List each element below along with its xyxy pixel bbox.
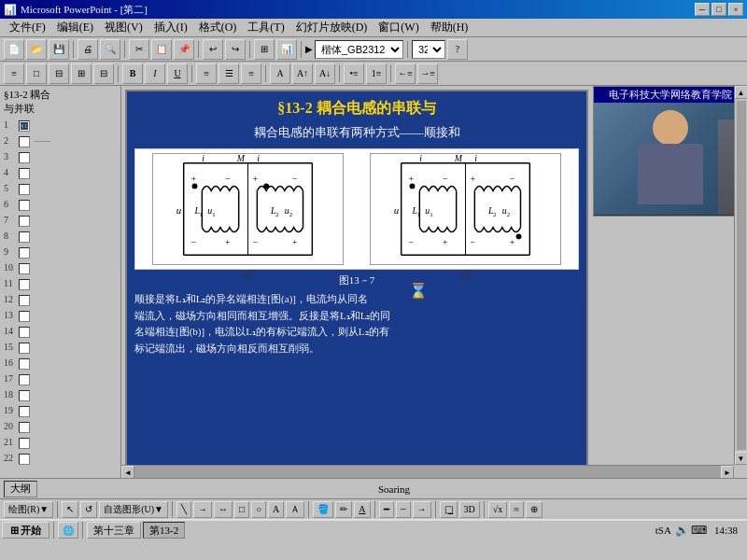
slide-checkbox[interactable]: [19, 390, 30, 401]
scroll-left-main[interactable]: ◄: [121, 466, 134, 478]
scroll-thumb[interactable]: [737, 101, 746, 450]
minimize-button[interactable]: ─: [695, 3, 710, 16]
underline-button[interactable]: U: [167, 63, 188, 84]
line-color[interactable]: ✏: [335, 501, 352, 518]
rotate-tool[interactable]: ↺: [80, 501, 97, 518]
slide-checkbox[interactable]: [19, 231, 30, 243]
insert-chart[interactable]: 📊: [276, 39, 297, 60]
font-color[interactable]: A: [270, 63, 290, 84]
arrow-style[interactable]: →: [413, 501, 431, 518]
menu-insert[interactable]: 插入(I): [148, 18, 193, 37]
undo-button[interactable]: ↩: [203, 39, 223, 60]
start-button[interactable]: ⊞ 开始: [2, 522, 49, 539]
bold-button[interactable]: B: [122, 63, 143, 84]
list-item[interactable]: 3: [0, 149, 120, 165]
list-item[interactable]: 4: [0, 165, 120, 181]
cursor-tool[interactable]: ↖: [62, 501, 78, 518]
redo-button[interactable]: ↪: [225, 39, 246, 60]
slide-checkbox[interactable]: [19, 136, 30, 147]
list-item[interactable]: 13: [0, 308, 120, 324]
slide-checkbox[interactable]: [19, 327, 30, 338]
list-item[interactable]: 18: [0, 387, 120, 403]
slide-checkbox[interactable]: [19, 168, 30, 179]
slide-checkbox[interactable]: [19, 216, 30, 227]
slide-checkbox[interactable]: [19, 422, 30, 433]
taskbar-item-slide[interactable]: 第13-2: [143, 522, 185, 539]
slide-checkbox[interactable]: [19, 200, 30, 211]
indent-decrease[interactable]: ←≡: [395, 63, 416, 84]
list-item[interactable]: 14: [0, 324, 120, 340]
menu-tools[interactable]: 工具(T): [242, 18, 289, 37]
menu-help[interactable]: 帮助(H): [425, 18, 474, 37]
insert-table[interactable]: ⊞: [254, 39, 275, 60]
print-button[interactable]: 🖨: [78, 39, 98, 60]
copy-button[interactable]: 📋: [151, 39, 172, 60]
bullet-btn[interactable]: •≡: [344, 63, 364, 84]
outline-view-button[interactable]: ≡: [4, 63, 24, 84]
list-item[interactable]: 7: [0, 213, 120, 229]
align-left[interactable]: ≡: [196, 63, 217, 84]
menu-edit[interactable]: 编辑(E): [51, 18, 99, 37]
list-item[interactable]: 12: [0, 292, 120, 308]
slide-checkbox[interactable]: [19, 311, 30, 322]
increase-font[interactable]: A↑: [292, 63, 313, 84]
font-combo[interactable]: 楷体_GB2312: [315, 40, 403, 59]
list-item[interactable]: 20: [0, 419, 120, 435]
taskbar-item-chapter[interactable]: 第十三章: [87, 522, 141, 539]
menu-view[interactable]: 视图(V): [99, 18, 148, 37]
new-button[interactable]: 📄: [4, 39, 24, 60]
line-tool[interactable]: ╲: [176, 501, 191, 518]
italic-button[interactable]: I: [145, 63, 165, 84]
menu-format[interactable]: 格式(O): [193, 18, 243, 37]
cut-button[interactable]: ✂: [129, 39, 149, 60]
preview-button[interactable]: 🔍: [100, 39, 120, 60]
align-center[interactable]: ☰: [218, 63, 239, 84]
extra-btn1[interactable]: ≈: [509, 501, 524, 518]
window-btn2[interactable]: ⊞: [71, 63, 92, 84]
help-button[interactable]: ?: [447, 39, 468, 60]
window-btn1[interactable]: ⊟: [49, 63, 69, 84]
list-item[interactable]: 9: [0, 245, 120, 260]
ie-icon[interactable]: 🌐: [58, 522, 78, 539]
shadow-style[interactable]: □̲: [440, 501, 458, 518]
list-item[interactable]: 17: [0, 371, 120, 387]
dash-style[interactable]: ┄: [396, 501, 411, 518]
slide-checkbox[interactable]: [19, 263, 30, 274]
rect-tool[interactable]: □: [234, 501, 249, 518]
menu-file[interactable]: 文件(F): [4, 18, 51, 37]
list-item[interactable]: 11: [0, 276, 120, 292]
slide-view-button[interactable]: □: [26, 63, 47, 84]
list-item[interactable]: 1 §13: [0, 118, 120, 133]
arrow-tool[interactable]: →: [193, 501, 212, 518]
slide-checkbox[interactable]: [19, 374, 30, 385]
align-right[interactable]: ≡: [241, 63, 261, 84]
list-item[interactable]: 16: [0, 356, 120, 371]
list-item[interactable]: 5: [0, 181, 120, 197]
open-button[interactable]: 📂: [26, 39, 47, 60]
menu-window[interactable]: 窗口(W): [373, 18, 424, 37]
list-item[interactable]: 10: [0, 260, 120, 276]
save-button[interactable]: 💾: [49, 39, 69, 60]
close-button[interactable]: ×: [728, 3, 743, 16]
3d-style[interactable]: 3D: [459, 501, 480, 518]
scroll-down[interactable]: ▼: [735, 452, 748, 465]
scroll-right-main[interactable]: ►: [721, 466, 734, 478]
autoshapes-button[interactable]: 自选图形(U)▼: [99, 501, 168, 518]
window-btn3[interactable]: ⊟: [93, 63, 114, 84]
draw-menu-button[interactable]: 绘图(R)▼: [4, 501, 53, 518]
slide-checkbox[interactable]: [19, 358, 30, 370]
list-item[interactable]: 15: [0, 340, 120, 356]
menu-slideshow[interactable]: 幻灯片放映(D): [290, 18, 374, 37]
slide-checkbox[interactable]: [19, 247, 30, 259]
maximize-button[interactable]: □: [712, 3, 726, 16]
slide-main[interactable]: §13-2 耦合电感的串联与 耦合电感的串联有两种方式——顺接和: [125, 90, 588, 474]
slide-checkbox[interactable]: [19, 343, 30, 354]
slide-checkbox[interactable]: [19, 279, 30, 290]
list-item[interactable]: 6: [0, 197, 120, 213]
scroll-up[interactable]: ▲: [735, 86, 748, 99]
font-size-combo[interactable]: 32: [412, 40, 445, 59]
font-color-draw[interactable]: A: [354, 501, 370, 518]
fill-color[interactable]: 🪣: [313, 501, 333, 518]
number-btn[interactable]: 1≡: [366, 63, 387, 84]
slide-checkbox[interactable]: [19, 152, 30, 163]
